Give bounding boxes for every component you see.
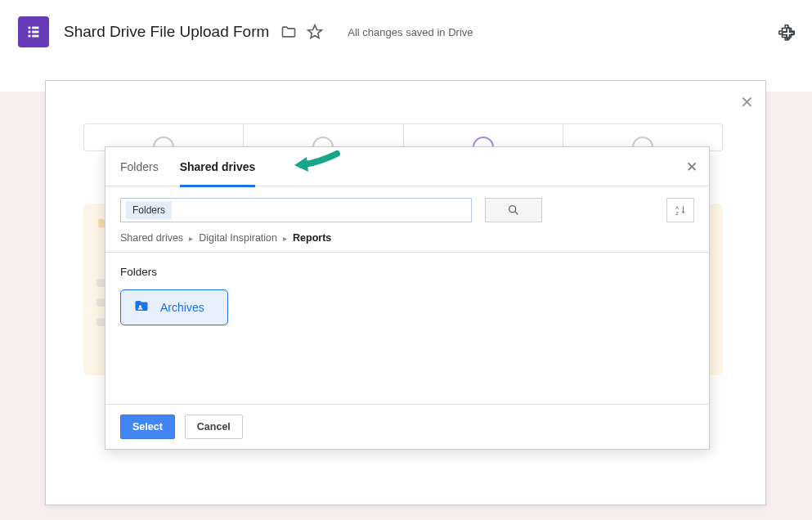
search-input[interactable]: Folders — [120, 198, 472, 222]
folders-section-label: Folders — [120, 266, 694, 278]
folder-label: Archives — [160, 301, 204, 314]
shared-folder-icon — [132, 298, 150, 316]
document-title[interactable]: Shard Drive File Upload Form — [64, 23, 269, 41]
cancel-button[interactable]: Cancel — [185, 415, 243, 439]
svg-rect-2 — [29, 31, 31, 34]
breadcrumb-mid[interactable]: Digital Inspiration — [199, 232, 277, 244]
close-icon[interactable]: ✕ — [740, 92, 754, 112]
tab-shared-drives[interactable]: Shared drives — [180, 147, 256, 186]
svg-text:Z: Z — [675, 211, 679, 216]
svg-rect-1 — [32, 27, 38, 29]
picker-tabs: Folders Shared drives ✕ — [105, 147, 709, 186]
svg-point-11 — [139, 305, 141, 307]
app-header: Shard Drive File Upload Form All changes… — [0, 0, 812, 64]
chevron-right-icon: ▸ — [189, 234, 193, 243]
select-button[interactable]: Select — [120, 415, 175, 439]
star-icon[interactable] — [307, 24, 323, 40]
breadcrumb-root[interactable]: Shared drives — [120, 232, 183, 244]
svg-marker-6 — [308, 25, 322, 38]
close-icon[interactable]: ✕ — [686, 159, 698, 176]
svg-rect-0 — [29, 27, 31, 29]
folder-icon[interactable] — [280, 24, 297, 40]
folder-picker-dialog: Folders Shared drives ✕ Folders AZ Share… — [105, 146, 710, 450]
addons-icon[interactable] — [778, 23, 796, 44]
folder-item-archives[interactable]: Archives — [120, 289, 228, 325]
save-status: All changes saved in Drive — [348, 26, 473, 38]
forms-logo-icon[interactable] — [18, 16, 49, 47]
svg-rect-3 — [32, 31, 38, 34]
svg-rect-4 — [29, 35, 31, 38]
svg-point-7 — [509, 206, 516, 213]
breadcrumb-current: Reports — [293, 232, 331, 244]
tab-folders[interactable]: Folders — [120, 147, 159, 186]
search-filter-chip[interactable]: Folders — [126, 201, 172, 219]
chevron-right-icon: ▸ — [283, 234, 287, 243]
breadcrumb: Shared drives ▸ Digital Inspiration ▸ Re… — [120, 232, 694, 244]
search-button[interactable] — [485, 198, 542, 222]
svg-text:A: A — [675, 205, 679, 210]
svg-rect-5 — [32, 35, 38, 38]
svg-line-8 — [515, 212, 518, 215]
sort-button[interactable]: AZ — [666, 198, 694, 222]
